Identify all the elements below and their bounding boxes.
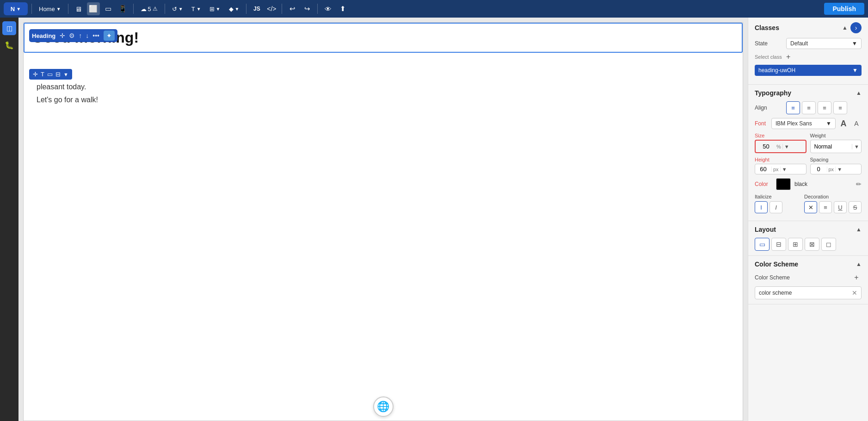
spacing-input[interactable] — [811, 164, 827, 174]
divider-2 — [68, 4, 68, 14]
wand-button[interactable]: ✦ — [104, 31, 115, 41]
color-scheme-add-btn[interactable]: + — [851, 272, 862, 283]
deco-none-btn[interactable]: ✕ — [804, 201, 817, 213]
desktop-icon-btn[interactable]: 🖥 — [72, 2, 85, 15]
settings-icon[interactable]: ⚙ — [68, 31, 76, 40]
font-decrease-btn[interactable]: A — [851, 118, 862, 129]
font-increase-btn[interactable]: A — [838, 118, 849, 129]
more-options-icon[interactable]: ••• — [91, 31, 101, 40]
undo-button[interactable]: ↩ — [286, 2, 299, 15]
text-line-2: pleasant today. — [37, 83, 86, 91]
js-button[interactable]: JS — [250, 2, 263, 15]
home-button[interactable]: Home ▼ — [36, 4, 64, 14]
add-element-icon: ⊞ — [209, 6, 215, 12]
weight-value: Normal — [811, 142, 852, 151]
spacing-chevron-icon[interactable]: ▼ — [835, 167, 843, 172]
typography-collapse-icon[interactable]: ▲ — [856, 90, 862, 96]
inline-move-icon[interactable]: ✛ — [33, 71, 38, 78]
notification-alert-icon: ⚠ — [153, 6, 158, 12]
state-select[interactable]: Default ▼ — [786, 38, 862, 49]
sidebar-btn-2[interactable]: 🐛 — [2, 38, 16, 52]
italic-none-btn[interactable]: I — [755, 201, 768, 213]
layout-fixed-btn[interactable]: ⊠ — [805, 238, 819, 251]
font-row: Font IBM Plex Sans ▼ A A — [755, 118, 862, 129]
bug-icon: 🐛 — [5, 41, 14, 50]
layout-flex-btn[interactable]: ⊟ — [771, 238, 786, 251]
sidebar-toggle-btn[interactable]: ◫ — [2, 21, 16, 35]
color-picker-icon[interactable]: ✏ — [856, 180, 862, 188]
layout-grid-btn[interactable]: ⊞ — [788, 238, 803, 251]
layout-section: Layout ▲ ▭ ⊟ ⊞ ⊠ ◻ — [748, 221, 868, 256]
layout-block-btn[interactable]: ▭ — [755, 238, 770, 251]
logo-button[interactable]: N ▼ — [4, 2, 28, 15]
size-chevron-icon[interactable]: ▼ — [782, 144, 791, 149]
state-value: Default — [790, 40, 808, 47]
globe-button[interactable]: 🌐 — [373, 396, 394, 417]
top-toolbar: N ▼ Home ▼ 🖥 ⬜ ▭ 📱 ☁ 5 ⚠ ↺ ▼ T ▼ ⊞ ▼ ◆ ▼… — [0, 0, 868, 18]
color-swatch[interactable] — [776, 178, 791, 190]
classes-header: Classes ▲ › — [755, 22, 862, 33]
class-name-field[interactable]: heading-uwOH ▼ — [755, 65, 862, 76]
deco-underline-btn[interactable]: ≡ — [819, 201, 832, 213]
align-right-btn[interactable]: ≡ — [818, 101, 831, 114]
text-tool-icon: T — [191, 6, 195, 12]
weight-select-box[interactable]: Normal ▼ — [810, 140, 862, 153]
inline-block-icon[interactable]: ▭ — [47, 71, 53, 78]
typography-section: Typography ▲ Align ≡ ≡ ≡ ≡ Font IBM Plex… — [748, 85, 868, 221]
publish-button[interactable]: Publish — [824, 3, 864, 15]
redo-button[interactable]: ↪ — [301, 2, 314, 15]
size-input[interactable] — [756, 142, 776, 151]
layout-collapse-icon[interactable]: ▲ — [856, 226, 862, 233]
color-scheme-input[interactable]: color scheme ✕ — [755, 286, 862, 299]
weight-col: Weight Normal ▼ — [810, 133, 862, 153]
divider-7 — [317, 4, 318, 14]
monitor-icon-btn[interactable]: ⬜ — [87, 2, 100, 15]
heading-block[interactable]: Good morning! — [24, 23, 743, 53]
inline-text-icon[interactable]: T — [41, 71, 44, 78]
move-icon[interactable]: ✛ — [58, 31, 67, 40]
weight-chevron-icon[interactable]: ▼ — [852, 144, 861, 149]
mobile-icon-btn[interactable]: 📱 — [117, 2, 129, 15]
logo-icon: N — [11, 6, 15, 12]
height-chevron-icon[interactable]: ▼ — [780, 167, 788, 172]
code-editor-button[interactable]: </> — [265, 2, 278, 15]
move-down-icon[interactable]: ↓ — [84, 31, 90, 40]
divider-5 — [246, 4, 246, 14]
italicize-group: Italicize I I — [755, 194, 800, 213]
add-element-button[interactable]: ⊞ ▼ — [206, 4, 224, 14]
color-scheme-close-icon[interactable]: ✕ — [852, 289, 857, 297]
share-button[interactable]: ⬆ — [336, 2, 349, 15]
align-justify-btn[interactable]: ≡ — [833, 101, 847, 114]
preview-button[interactable]: 👁 — [321, 2, 334, 15]
italic-btn[interactable]: I — [770, 201, 782, 213]
inline-layout-icon[interactable]: ⊟ — [55, 71, 61, 78]
deco-strikethrough-btn[interactable]: S — [849, 201, 862, 213]
align-center-btn[interactable]: ≡ — [802, 101, 816, 114]
align-left-btn[interactable]: ≡ — [786, 101, 800, 114]
tablet-icon-btn[interactable]: ▭ — [102, 2, 115, 15]
weight-label: Weight — [810, 133, 862, 138]
notifications-button[interactable]: ☁ 5 ⚠ — [137, 4, 161, 14]
typography-header: Typography ▲ — [755, 89, 862, 97]
add-class-icon[interactable]: + — [786, 53, 790, 61]
select-class-row: Select class + — [755, 53, 862, 61]
layout-btn-group: ▭ ⊟ ⊞ ⊠ ◻ — [755, 238, 862, 251]
layout-hidden-btn[interactable]: ◻ — [821, 238, 836, 251]
text-chevron: ▼ — [197, 6, 201, 12]
font-select[interactable]: IBM Plex Sans ▼ — [771, 118, 836, 129]
spacing-input-box: px ▼ — [810, 164, 862, 174]
align-group: ≡ ≡ ≡ ≡ — [786, 101, 847, 114]
deco-line-btn[interactable]: U — [834, 201, 847, 213]
layout-header: Layout ▲ — [755, 226, 862, 233]
classes-expand-btn[interactable]: › — [850, 22, 862, 33]
inline-chevron[interactable]: ▼ — [63, 72, 68, 77]
shape-tool-button[interactable]: ◆ ▼ — [226, 4, 243, 14]
element-toolbar: Heading ✛ ⚙ ↑ ↓ ••• ✦ — [29, 29, 117, 42]
height-input[interactable] — [755, 164, 771, 174]
classes-collapse-icon[interactable]: ▲ — [842, 25, 848, 31]
auto-save-button[interactable]: ↺ ▼ — [169, 4, 186, 14]
color-scheme-collapse-icon[interactable]: ▲ — [856, 261, 862, 267]
text-tool-button[interactable]: T ▼ — [188, 4, 204, 14]
canvas-area: Heading ✛ ⚙ ↑ ↓ ••• ✦ Good morning! ✛ T … — [18, 18, 748, 421]
move-up-icon[interactable]: ↑ — [77, 31, 83, 40]
